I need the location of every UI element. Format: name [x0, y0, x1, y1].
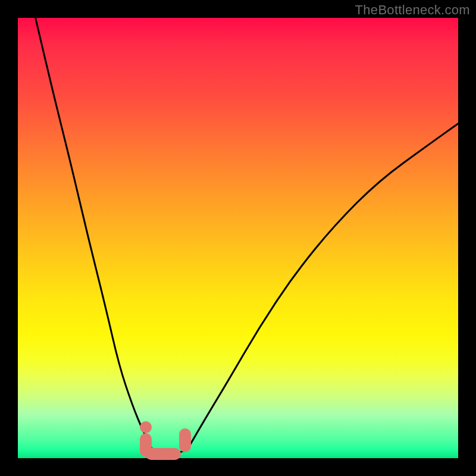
bottleneck-curve [36, 18, 458, 454]
marker-dot [140, 421, 152, 433]
chart-stage: TheBottleneck.com [0, 0, 476, 476]
curve-svg [18, 18, 458, 458]
marker-bar-right [179, 428, 191, 452]
plot-area [18, 18, 458, 458]
watermark-text: TheBottleneck.com [355, 2, 470, 18]
marker-flat [145, 448, 181, 460]
